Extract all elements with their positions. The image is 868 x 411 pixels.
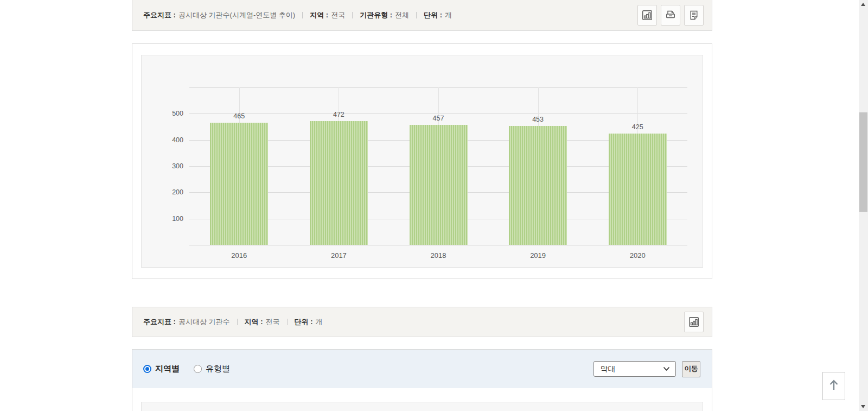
meta-label: 주요지표 : (143, 317, 176, 327)
x-tick-label: 2016 (231, 251, 247, 260)
scrollbar-thumb[interactable] (859, 112, 867, 212)
chart-button[interactable] (684, 312, 704, 332)
meta-value: 개 (445, 10, 452, 20)
bar-2017[interactable] (310, 121, 368, 245)
gridline-horizontal (189, 245, 687, 245)
bar-2020[interactable] (609, 134, 667, 245)
toolbar (637, 5, 704, 26)
meta-label: 단위 : (424, 10, 442, 20)
go-button[interactable]: 이동 (682, 361, 700, 377)
x-tick-label: 2019 (530, 251, 546, 260)
detail-section: 지역별 유형별 막대 이동 (132, 349, 712, 411)
x-tick-label: 2020 (630, 251, 646, 260)
bar-2016[interactable] (210, 123, 268, 245)
bar-value-label: 472 (333, 111, 344, 118)
divider (416, 12, 417, 18)
meta-label: 기관유형 : (360, 10, 392, 20)
y-tick-label: 400 (159, 136, 183, 144)
bar-chart-icon (687, 315, 700, 328)
meta-value: 공시대상 기관수 (178, 317, 230, 327)
meta-value: 공시대상 기관수(시계열-연도별 추이) (178, 10, 295, 20)
print-button[interactable] (661, 5, 680, 26)
meta-value: 전국 (266, 317, 280, 327)
bar-2018[interactable] (410, 125, 468, 245)
scroll-to-top-button[interactable] (822, 372, 845, 400)
meta-value: 전체 (395, 10, 409, 20)
bar-value-label: 465 (233, 112, 245, 120)
y-tick-label: 100 (159, 215, 183, 223)
triangle-up-icon[interactable] (861, 3, 865, 6)
filter-bar: 지역별 유형별 막대 이동 (132, 350, 712, 388)
radio-icon (194, 365, 202, 373)
printer-icon (664, 9, 677, 22)
y-tick-label: 300 (159, 162, 183, 170)
meta-fields: 주요지표 : 공시대상 기관수(시계열-연도별 추이) 지역 : 전국 기관유형… (143, 0, 452, 30)
meta-label: 단위 : (295, 317, 313, 327)
toolbar (684, 312, 704, 332)
next-chart-panel (141, 402, 703, 411)
report-button[interactable] (684, 5, 704, 26)
meta-label: 지역 : (310, 10, 328, 20)
bar-value-label: 457 (433, 115, 444, 122)
indicator-meta-bar: 주요지표 : 공시대상 기관수 지역 : 전국 단위 : 개 (132, 307, 712, 337)
chart-button[interactable] (637, 5, 657, 26)
select-value: 막대 (601, 364, 615, 374)
divider (237, 319, 238, 325)
bar-value-label: 453 (532, 116, 544, 123)
meta-value: 개 (315, 317, 322, 327)
page: 주요지표 : 공시대상 기관수(시계열-연도별 추이) 지역 : 전국 기관유형… (0, 0, 868, 411)
meta-label: 지역 : (245, 317, 263, 327)
chart-panel: 1002003004005004652016472201745720184532… (141, 55, 703, 268)
bar-chart-icon (641, 9, 654, 22)
chart-type-select[interactable]: 막대 (593, 361, 676, 377)
divider (352, 12, 353, 18)
y-tick-label: 200 (159, 188, 183, 196)
meta-value: 전국 (331, 10, 345, 20)
x-tick-label: 2018 (431, 251, 446, 260)
scrollbar[interactable] (859, 0, 868, 411)
radio-by-type[interactable]: 유형별 (194, 364, 230, 374)
bar-chart-plot: 1002003004005004652016472201745720184532… (189, 87, 687, 245)
chevron-down-icon (663, 365, 670, 373)
report-icon (687, 9, 700, 22)
x-tick-label: 2017 (331, 251, 347, 260)
bar-2019[interactable] (509, 126, 567, 245)
radio-by-region[interactable]: 지역별 (143, 364, 180, 374)
divider (302, 12, 303, 18)
bar-value-label: 425 (632, 123, 643, 131)
radio-label: 지역별 (155, 364, 180, 374)
meta-fields: 주요지표 : 공시대상 기관수 지역 : 전국 단위 : 개 (143, 307, 322, 337)
meta-label: 주요지표 : (143, 10, 176, 20)
radio-label: 유형별 (206, 364, 230, 374)
arrow-up-icon (828, 378, 840, 394)
divider (287, 319, 288, 325)
view-mode-radio-group: 지역별 유형별 (143, 350, 230, 388)
indicator-meta-bar-timeseries: 주요지표 : 공시대상 기관수(시계열-연도별 추이) 지역 : 전국 기관유형… (132, 0, 712, 31)
triangle-down-icon[interactable] (861, 405, 865, 408)
radio-icon (143, 365, 151, 373)
chart-section: 1002003004005004652016472201745720184532… (132, 43, 712, 279)
y-tick-label: 500 (159, 110, 183, 117)
chart-type-controls: 막대 이동 (593, 350, 700, 388)
